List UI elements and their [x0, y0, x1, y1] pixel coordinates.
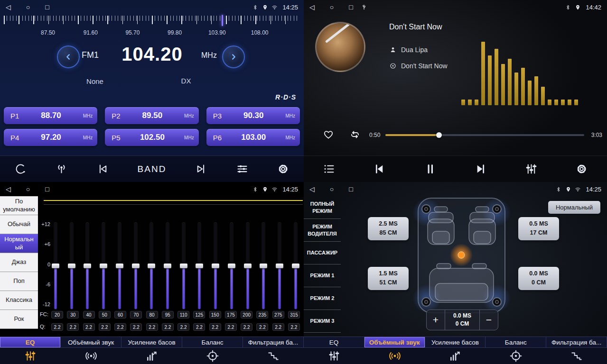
tune-down-button[interactable]: [57, 46, 80, 68]
radio-preset-p1[interactable]: P188.70MHz: [4, 107, 97, 124]
stage-mode-item[interactable]: ПОЛНЫЙ РЕЖИМ: [304, 196, 341, 219]
playlist-icon[interactable]: [323, 163, 336, 175]
q-value: 2.2: [256, 323, 268, 331]
previous-track-icon[interactable]: [373, 163, 386, 175]
eq-band-slider[interactable]: [243, 222, 252, 310]
stage-mode-item[interactable]: РЕЖИМ 2: [304, 287, 341, 310]
scan-icon[interactable]: [14, 163, 27, 175]
tab-bass-boost[interactable]: Усиление басов: [121, 337, 182, 347]
eq-preset-item[interactable]: Обычай: [0, 215, 38, 234]
tab-balance[interactable]: Баланс: [486, 337, 546, 347]
tab-filter-icon-cell[interactable]: [243, 348, 304, 364]
tab-eq-icon-cell[interactable]: [0, 348, 61, 364]
radio-preset-p2[interactable]: P289.50MHz: [105, 107, 198, 124]
tab-surround-sound[interactable]: Объёмный звук: [364, 337, 425, 347]
back-icon[interactable]: ◁: [6, 4, 11, 10]
tab-filter-icon-cell[interactable]: [546, 348, 607, 364]
eq-band-slider[interactable]: [115, 222, 124, 310]
tab-surround-icon-cell[interactable]: [61, 348, 121, 364]
stage-mode-item[interactable]: ПАССАЖИР: [304, 242, 341, 264]
tab-bass-boost[interactable]: Усиление басов: [425, 337, 486, 347]
stage-mode-item[interactable]: РЕЖИМ ВОДИТЕЛЯ: [304, 219, 341, 242]
fc-value: 150: [209, 311, 221, 318]
back-icon[interactable]: ◁: [309, 4, 315, 10]
tab-balance-icon-cell[interactable]: [486, 348, 546, 364]
home-icon[interactable]: ○: [26, 186, 30, 192]
tab-eq-icon-cell[interactable]: [304, 348, 364, 364]
radio-preset-p3[interactable]: P390.30MHz: [206, 107, 300, 124]
eq-preset-item[interactable]: Рок: [0, 310, 38, 329]
front-left-delay-button[interactable]: 2.5 MS 85 CM: [368, 217, 409, 240]
pause-icon[interactable]: [424, 163, 437, 175]
eq-band-slider[interactable]: [147, 222, 156, 310]
home-icon[interactable]: ○: [26, 4, 30, 10]
seek-bar[interactable]: [385, 134, 584, 136]
q-value: 2.2: [130, 323, 142, 331]
tab-surround-icon-cell[interactable]: [364, 348, 425, 364]
favorite-button[interactable]: [323, 129, 334, 140]
gear-icon[interactable]: [575, 163, 588, 175]
audio-settings-icon[interactable]: [236, 163, 249, 175]
eq-band-slider[interactable]: [163, 222, 172, 310]
eq-band-slider[interactable]: [291, 222, 300, 310]
rear-left-delay-button[interactable]: 1.5 MS 51 CM: [368, 267, 409, 290]
tab-balance[interactable]: Баланс: [182, 337, 243, 347]
home-icon[interactable]: ○: [330, 186, 334, 192]
increase-delay-button[interactable]: +: [427, 310, 445, 330]
eq-band-slider[interactable]: [99, 222, 108, 310]
broadcast-icon[interactable]: [55, 163, 68, 175]
recents-icon[interactable]: □: [349, 4, 353, 10]
tab-bass-icon-cell[interactable]: [425, 348, 486, 364]
eq-band-slider[interactable]: [275, 222, 284, 310]
tab-eq[interactable]: EQ: [304, 337, 364, 347]
home-icon[interactable]: ○: [330, 4, 334, 10]
eq-preset-item[interactable]: Нормальный: [0, 234, 38, 253]
location-icon: [575, 4, 581, 10]
radio-preset-p6[interactable]: P6103.00MHz: [206, 129, 300, 146]
stage-preset-button[interactable]: Нормальный: [548, 201, 600, 214]
tab-filter[interactable]: Фильтрация ба...: [546, 337, 607, 347]
tab-surround-sound[interactable]: Объёмный звук: [61, 337, 121, 347]
eq-band-slider[interactable]: [131, 222, 140, 310]
rear-right-delay-button[interactable]: 0.0 MS 0 CM: [518, 267, 559, 290]
tab-bass-icon-cell[interactable]: [121, 348, 182, 364]
eq-band-slider[interactable]: [195, 222, 204, 310]
next-station-icon[interactable]: [195, 163, 207, 175]
radio-preset-p5[interactable]: P5102.50MHz: [105, 129, 198, 146]
stage-mode-item[interactable]: РЕЖИМ 3: [304, 310, 341, 333]
eq-band-slider[interactable]: [211, 222, 220, 310]
eq-preset-item[interactable]: По умолчанию: [0, 196, 38, 215]
eq-band-slider[interactable]: [83, 222, 92, 310]
equalizer-icon[interactable]: [525, 163, 538, 175]
fc-value: 30: [67, 311, 79, 318]
delay-ms: 1.5 MS: [368, 269, 409, 278]
eq-preset-item[interactable]: Поп: [0, 272, 38, 291]
tab-filter[interactable]: Фильтрация ба...: [243, 337, 304, 347]
decrease-delay-button[interactable]: −: [480, 310, 498, 330]
seek-handle[interactable]: [436, 132, 442, 138]
gear-icon[interactable]: [277, 163, 289, 175]
eq-band-slider[interactable]: [227, 222, 236, 310]
back-icon[interactable]: ◁: [309, 186, 315, 192]
eq-band-slider[interactable]: [259, 222, 268, 310]
front-right-delay-button[interactable]: 0.5 MS 17 CM: [518, 217, 559, 240]
recents-icon[interactable]: □: [45, 186, 49, 192]
repeat-button[interactable]: [349, 129, 361, 140]
eq-band-slider[interactable]: [51, 222, 60, 310]
previous-station-icon[interactable]: [96, 163, 109, 175]
tab-eq[interactable]: EQ: [0, 337, 61, 347]
back-icon[interactable]: ◁: [6, 186, 11, 192]
recents-icon[interactable]: □: [45, 4, 49, 10]
band-button[interactable]: BAND: [138, 164, 167, 174]
tab-balance-icon-cell[interactable]: [182, 348, 243, 364]
radio-preset-p4[interactable]: P497.20MHz: [4, 129, 97, 146]
eq-preset-item[interactable]: Классика: [0, 291, 38, 310]
eq-band-slider[interactable]: [179, 222, 188, 310]
eq-band-slider[interactable]: [67, 222, 76, 310]
tune-up-button[interactable]: [222, 46, 245, 68]
frequency-ruler[interactable]: [4, 16, 300, 28]
eq-preset-item[interactable]: Джаз: [0, 253, 38, 272]
stage-mode-item[interactable]: РЕЖИМ 1: [304, 264, 341, 287]
recents-icon[interactable]: □: [349, 186, 353, 192]
next-track-icon[interactable]: [474, 163, 487, 175]
